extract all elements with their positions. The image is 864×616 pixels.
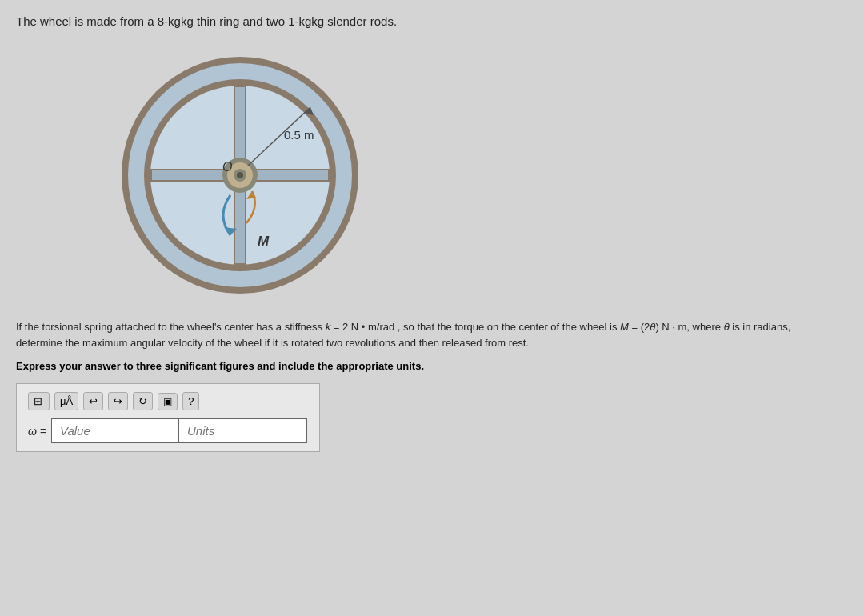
omega-label: ω = [28, 425, 46, 438]
main-container: The wheel is made from a 8-kgkg thin rin… [0, 0, 864, 616]
value-input[interactable] [51, 418, 179, 443]
header-problem-text: The wheel is made from a 8-kgkg thin rin… [16, 14, 397, 28]
answer-box: ⊞ μÅ ↩ ↪ ↻ ▣ ? ω = [16, 383, 320, 452]
bold-instruction: Express your answer to three significant… [16, 360, 848, 372]
description-line1: If the torsional spring attached to the … [16, 319, 832, 353]
wheel-svg: O 0.5 m M [112, 47, 368, 303]
wheel-container: O 0.5 m M [112, 47, 848, 303]
instruction-text: Express your answer to three significant… [16, 360, 424, 372]
refresh-icon: ↻ [138, 395, 147, 407]
undo-button[interactable]: ↩ [83, 392, 103, 410]
image-icon: ▣ [163, 396, 172, 407]
center-label: O [222, 160, 232, 174]
problem-text: The wheel is made from a 8-kgkg thin rin… [16, 13, 848, 31]
redo-icon: ↪ [114, 395, 122, 407]
redo-button[interactable]: ↪ [108, 392, 128, 410]
matrix-button[interactable]: ⊞ [28, 392, 50, 410]
units-input[interactable] [179, 418, 307, 443]
torque-label: M [258, 234, 270, 249]
toolbar: ⊞ μÅ ↩ ↪ ↻ ▣ ? [28, 392, 308, 410]
image-button[interactable]: ▣ [158, 393, 178, 410]
svg-point-11 [237, 172, 243, 178]
mu-icon: μÅ [60, 395, 73, 407]
help-icon: ? [188, 395, 194, 407]
matrix-icon: ⊞ [34, 395, 42, 407]
input-row: ω = [28, 418, 308, 443]
help-button[interactable]: ? [182, 392, 199, 410]
mu-button[interactable]: μÅ [54, 392, 78, 410]
wheel-diagram: O 0.5 m M [112, 47, 368, 303]
undo-icon: ↩ [89, 395, 98, 407]
radius-label: 0.5 m [284, 128, 314, 142]
refresh-button[interactable]: ↻ [133, 392, 153, 410]
